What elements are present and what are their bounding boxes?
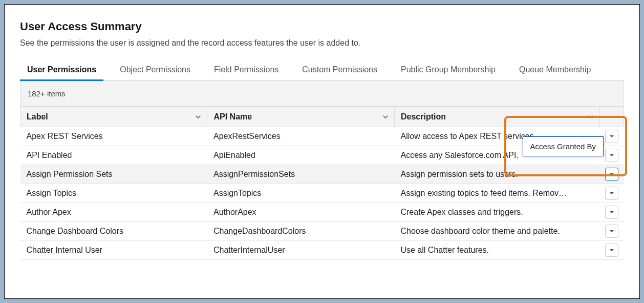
permissions-table-wrap: 182+ items Label API Name bbox=[20, 81, 624, 260]
row-action-button[interactable] bbox=[605, 149, 618, 162]
cell-api-name: ApexRestServices bbox=[207, 127, 394, 146]
tab-user-permissions[interactable]: User Permissions bbox=[20, 60, 103, 80]
column-header-label-text: Label bbox=[27, 112, 48, 121]
cell-label: Change Dashboard Colors bbox=[20, 222, 207, 241]
caret-down-icon bbox=[609, 210, 614, 215]
cell-api-name: AssignTopics bbox=[207, 184, 394, 203]
cell-label: Assign Topics bbox=[20, 184, 207, 203]
column-header-actions bbox=[599, 107, 624, 127]
tab-custom-permissions[interactable]: Custom Permissions bbox=[295, 60, 384, 80]
access-granted-by-menu-item[interactable]: Access Granted By bbox=[523, 136, 604, 156]
column-header-api-name[interactable]: API Name bbox=[207, 107, 394, 127]
chevron-down-icon bbox=[195, 113, 202, 120]
chevron-down-icon bbox=[382, 113, 389, 120]
caret-down-icon bbox=[609, 229, 614, 234]
page-title: User Access Summary bbox=[20, 20, 624, 33]
caret-down-icon bbox=[609, 172, 614, 177]
cell-label: Chatter Internal User bbox=[20, 241, 207, 260]
column-header-api-name-text: API Name bbox=[213, 112, 252, 121]
row-action-button[interactable] bbox=[605, 168, 618, 181]
caret-down-icon bbox=[609, 134, 614, 139]
caret-down-icon bbox=[609, 153, 614, 158]
table-row: Assign Permission Sets AssignPermissionS… bbox=[20, 165, 624, 184]
column-header-label[interactable]: Label bbox=[20, 107, 207, 127]
cell-description: Use all Chatter features. bbox=[394, 241, 599, 260]
caret-down-icon bbox=[609, 191, 614, 196]
table-row: Assign Topics AssignTopics Assign existi… bbox=[20, 184, 624, 203]
column-header-description-text: Description bbox=[401, 112, 446, 121]
cell-label: Author Apex bbox=[20, 203, 207, 222]
cell-description: Assign existing topics to feed items. Re… bbox=[394, 184, 599, 203]
tab-queue-membership[interactable]: Queue Membership bbox=[512, 60, 598, 80]
cell-api-name: AuthorApex bbox=[207, 203, 394, 222]
cell-api-name: AssignPermissionSets bbox=[207, 165, 394, 184]
cell-api-name: ChatterInternalUser bbox=[207, 241, 394, 260]
table-row: Chatter Internal User ChatterInternalUse… bbox=[20, 241, 624, 260]
items-count: 182+ items bbox=[20, 81, 624, 107]
row-action-button[interactable] bbox=[605, 244, 618, 257]
tabs-nav: User Permissions Object Permissions Fiel… bbox=[20, 60, 624, 81]
chevron-down-icon bbox=[587, 113, 594, 120]
tab-field-permissions[interactable]: Field Permissions bbox=[207, 60, 286, 80]
tab-public-group-membership[interactable]: Public Group Membership bbox=[394, 60, 503, 80]
row-action-button[interactable] bbox=[605, 130, 618, 143]
permissions-table: Label API Name Description bbox=[20, 107, 624, 260]
column-header-description[interactable]: Description bbox=[394, 107, 599, 127]
cell-description: Assign permission sets to users. bbox=[394, 165, 599, 184]
cell-label: API Enabled bbox=[20, 146, 207, 165]
cell-api-name: ChangeDashboardColors bbox=[207, 222, 394, 241]
page-subtitle: See the permissions the user is assigned… bbox=[20, 38, 624, 48]
table-row: Change Dashboard Colors ChangeDashboardC… bbox=[20, 222, 624, 241]
row-action-button[interactable] bbox=[605, 187, 618, 200]
cell-label: Assign Permission Sets bbox=[20, 165, 207, 184]
cell-label: Apex REST Services bbox=[20, 127, 207, 146]
cell-api-name: ApiEnabled bbox=[207, 146, 394, 165]
row-action-button[interactable] bbox=[605, 225, 618, 238]
table-row: Author Apex AuthorApex Create Apex class… bbox=[20, 203, 624, 222]
tab-object-permissions[interactable]: Object Permissions bbox=[113, 60, 198, 80]
cell-description: Choose dashboard color theme and palette… bbox=[394, 222, 599, 241]
cell-description: Create Apex classes and triggers. bbox=[394, 203, 599, 222]
row-action-button[interactable] bbox=[605, 206, 618, 219]
user-access-summary-card: User Access Summary See the permissions … bbox=[4, 4, 640, 299]
caret-down-icon bbox=[609, 248, 614, 253]
